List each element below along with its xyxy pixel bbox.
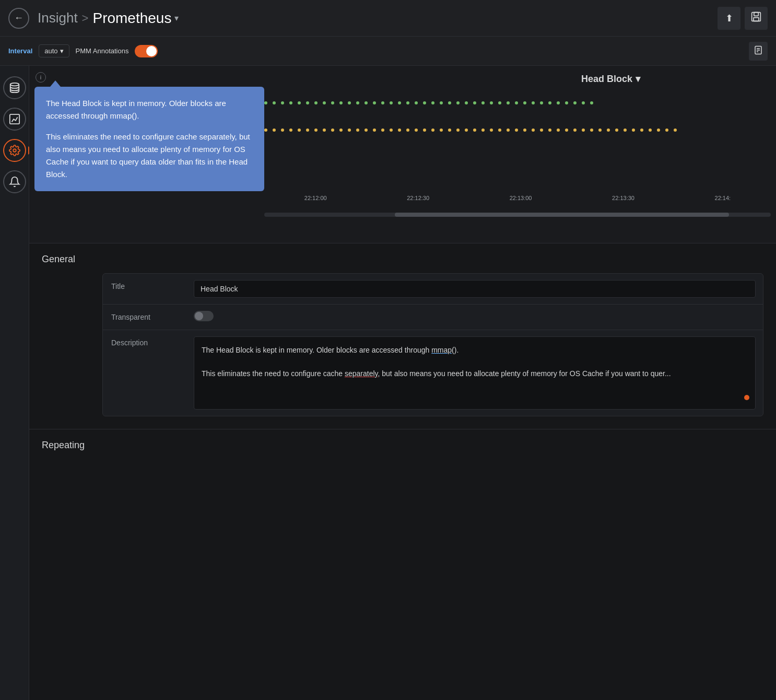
dot — [348, 129, 351, 132]
toolbar: Interval auto ▾ PMM Annotations — [0, 37, 776, 66]
left-sidebar — [0, 66, 29, 700]
svg-point-9 — [13, 149, 16, 152]
sidebar-icon-chart[interactable] — [3, 108, 26, 131]
dot — [507, 129, 510, 132]
dot — [398, 129, 401, 132]
share-icon: ⬆ — [725, 13, 733, 24]
interval-label: Interval — [8, 47, 32, 55]
dot — [448, 129, 451, 132]
description-wrapper: The Head Block is kept in memory. Older … — [186, 330, 763, 416]
panel-editor: Title Transparent Descript — [102, 273, 763, 416]
info-icon[interactable]: i — [36, 72, 46, 83]
dot — [473, 101, 476, 104]
dot — [339, 101, 343, 104]
dot — [431, 129, 434, 132]
dot — [381, 129, 384, 132]
dot — [582, 129, 585, 132]
dot — [565, 129, 568, 132]
dot — [298, 129, 301, 132]
dot — [548, 129, 551, 132]
doc-button[interactable] — [749, 42, 768, 61]
breadcrumb-current[interactable]: Prometheus ▾ — [92, 10, 179, 27]
dot — [331, 129, 334, 132]
dot — [314, 129, 318, 132]
svg-rect-1 — [754, 13, 758, 16]
head-block-chevron-icon: ▾ — [636, 73, 640, 85]
back-button[interactable]: ← — [8, 8, 29, 29]
dot — [498, 129, 501, 132]
dot — [532, 129, 535, 132]
description-label: Description — [103, 330, 186, 355]
chart-area — [264, 97, 771, 202]
dot — [415, 101, 418, 104]
dot — [306, 129, 309, 132]
sidebar-settings-wrapper — [3, 139, 26, 162]
dot — [473, 129, 476, 132]
dot — [665, 129, 668, 132]
transparent-toggle[interactable] — [194, 311, 214, 321]
sidebar-icon-database[interactable] — [3, 76, 26, 99]
repeating-section-header: Repeating — [29, 429, 776, 461]
dot — [331, 101, 334, 104]
dot — [523, 129, 526, 132]
dot — [624, 129, 627, 132]
svg-rect-8 — [9, 114, 19, 124]
dot — [440, 101, 443, 104]
sidebar-chart-wrapper — [3, 108, 26, 131]
dot — [507, 101, 510, 104]
back-icon: ← — [14, 13, 23, 24]
dot — [515, 101, 518, 104]
dot — [540, 101, 543, 104]
dot — [481, 101, 485, 104]
dot — [306, 101, 309, 104]
general-section-header: General — [29, 243, 776, 273]
dot — [390, 101, 393, 104]
dot — [264, 129, 267, 132]
dot — [264, 101, 267, 104]
dot — [348, 101, 351, 104]
dot — [339, 129, 343, 132]
title-input[interactable] — [194, 280, 756, 298]
sidebar-icon-settings[interactable] — [3, 139, 26, 162]
head-block-label[interactable]: Head Block ▾ — [581, 73, 640, 85]
save-button[interactable] — [745, 7, 768, 30]
interval-dropdown[interactable]: auto ▾ — [39, 44, 69, 57]
dot — [557, 101, 560, 104]
time-label: 22:12:00 — [304, 195, 327, 201]
dot — [498, 101, 501, 104]
title-row: Title — [103, 274, 763, 305]
dot — [565, 101, 568, 104]
panel-area: i The Head Block is kept in memory. Olde… — [29, 66, 776, 243]
dot — [674, 129, 677, 132]
time-label: 22:13:00 — [510, 195, 532, 201]
title-value — [186, 274, 763, 304]
dot — [423, 101, 426, 104]
title-label: Title — [103, 274, 186, 299]
dot — [465, 101, 468, 104]
svg-point-7 — [10, 83, 19, 86]
time-label: 22:12:30 — [407, 195, 429, 201]
sidebar-icon-bell[interactable] — [3, 170, 26, 193]
dot — [598, 129, 602, 132]
description-text-line2: This eliminates the need to configure ca… — [202, 369, 671, 378]
top-nav: ← Insight > Prometheus ▾ ⬆ — [0, 0, 776, 37]
dot — [573, 101, 577, 104]
dot — [390, 129, 393, 132]
dots-row-yellow — [264, 124, 771, 136]
dot — [373, 129, 376, 132]
dot — [481, 129, 485, 132]
scrollbar-thumb[interactable] — [395, 213, 729, 217]
dot — [465, 129, 468, 132]
dot — [590, 101, 593, 104]
pmm-label: PMM Annotations — [76, 47, 129, 55]
dot — [490, 101, 493, 104]
share-button[interactable]: ⬆ — [718, 7, 740, 30]
dot — [365, 101, 368, 104]
dot — [582, 101, 585, 104]
dot — [515, 129, 518, 132]
dot — [532, 101, 535, 104]
pmm-toggle[interactable] — [135, 45, 158, 57]
dots-row-green — [264, 97, 771, 109]
dot — [273, 101, 276, 104]
dot — [365, 129, 368, 132]
